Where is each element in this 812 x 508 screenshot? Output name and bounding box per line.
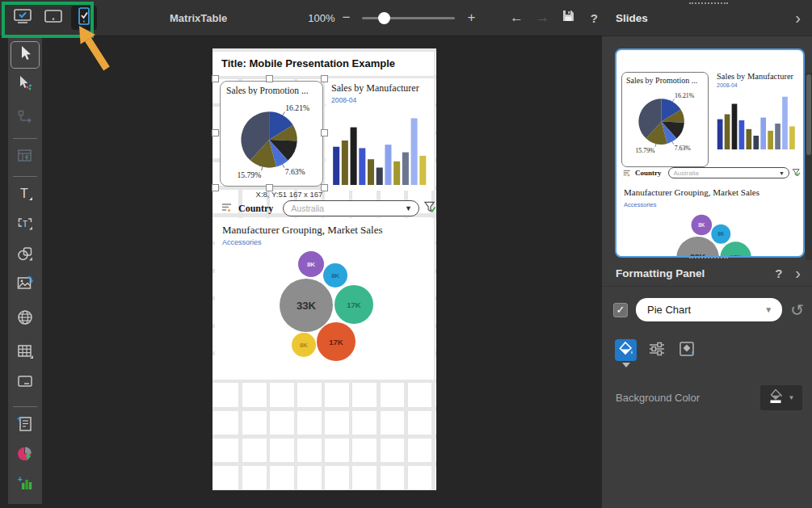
data-pointer-tool-button[interactable] [11, 71, 40, 99]
table-tool-button[interactable] [11, 339, 40, 367]
background-color-label: Background Color [616, 392, 760, 404]
filter-list-icon [221, 201, 234, 216]
panel-resize-grip[interactable] [689, 2, 728, 6]
zoom-controls: 100% − + [308, 10, 482, 26]
image-icon [16, 275, 34, 296]
svg-text:+: + [18, 475, 23, 484]
web-tool-button[interactable] [11, 305, 40, 333]
svg-text:8K: 8K [331, 272, 339, 279]
svg-text:15.79%: 15.79% [635, 147, 655, 154]
zoom-slider[interactable] [362, 17, 455, 19]
pie-chart-widget[interactable]: Sales by Promotion ... 16.21%7.63%15.79% [220, 81, 323, 187]
slide-thumbnail-selected[interactable]: Sales by Promotion ... 16.21%7.63%15.79%… [615, 48, 805, 258]
country-dropdown-value: Australia [291, 204, 405, 213]
slides-panel-title: Slides [616, 12, 795, 24]
bubble-chart-title: Manufacturer Grouping, Market Sales [215, 218, 434, 237]
report-name: MatrixTable [170, 12, 227, 24]
pointer-tool-button[interactable] [11, 41, 40, 69]
thumb-pie-title: Sales by Promotion ... [622, 73, 708, 85]
slide-title-widget[interactable]: Title: Mobile Presentation Example [215, 52, 434, 76]
panel-resize-grip[interactable] [689, 257, 728, 261]
svg-text:33K: 33K [297, 300, 317, 312]
tab-fill-formatting[interactable] [615, 339, 637, 361]
bar-chart-title: Sales by Manufacturer [326, 78, 434, 94]
country-filter-row: Country Australia ▼ [215, 199, 436, 217]
element-dropdown[interactable]: Pie Chart ▼ [636, 298, 782, 321]
thumb-bar-title: Sales by Manufacturer [713, 69, 801, 81]
svg-text:7.63%: 7.63% [675, 145, 692, 152]
desktop-view-button[interactable] [10, 6, 36, 30]
add-report-item-button[interactable]: + [11, 412, 40, 439]
connector-tool-button[interactable] [11, 105, 40, 132]
undo-button[interactable]: ← [505, 10, 528, 26]
element-enabled-checkbox[interactable]: ✓ [613, 303, 628, 317]
reset-formatting-button[interactable]: ↺ [790, 300, 804, 320]
zoom-in-button[interactable]: + [460, 10, 482, 26]
collapse-formatting-chevron-icon[interactable]: › [795, 265, 801, 281]
svg-text:8K: 8K [307, 261, 315, 268]
collapse-slides-chevron-icon[interactable]: › [795, 10, 801, 26]
bar-chart-subtitle: 2008-04 [326, 94, 434, 104]
thumb-bubble-title: Manufacturer Grouping, Market Sales [624, 187, 759, 197]
redo-button[interactable]: → [531, 10, 553, 26]
save-button[interactable] [557, 9, 579, 27]
zoom-out-button[interactable]: − [335, 10, 358, 26]
country-dropdown[interactable]: Australia ▼ [283, 200, 419, 216]
dropdown-arrow-icon: ▼ [764, 305, 772, 314]
pointer-data-icon [16, 74, 34, 95]
dropdown-arrow-icon: ▼ [789, 394, 795, 401]
bar-chart-widget[interactable]: Sales by Manufacturer 2008-04 [326, 78, 434, 191]
bar-chart-plot [331, 115, 428, 185]
text-tool-button[interactable]: T [11, 182, 40, 209]
slides-scrollbar-thumb[interactable] [806, 74, 811, 155]
grid-edit-icon [16, 147, 34, 168]
filter-apply-icon[interactable] [423, 200, 436, 216]
insert-chart-button[interactable] [11, 442, 40, 469]
formatting-panel: Formatting Panel ? › ✓ Pie Chart ▼ ↺ [602, 260, 812, 508]
device-view-toggle [10, 6, 97, 30]
dropdown-arrow-icon: ▼ [779, 170, 785, 176]
thumb-country-dropdown: Australia ▼ [668, 167, 789, 178]
formatting-panel-title: Formatting Panel [616, 267, 775, 279]
resize-handle[interactable] [212, 75, 219, 82]
dropdown-arrow-icon: ▼ [405, 204, 412, 212]
panel-tool-button[interactable] [11, 369, 40, 397]
formatting-help-icon[interactable]: ? [775, 267, 782, 280]
edit-grid-tool-button[interactable] [11, 144, 40, 171]
tab-properties-formatting[interactable] [646, 339, 667, 361]
pie-chart-title: Sales by Promotion ... [221, 82, 322, 95]
svg-text:7.63%: 7.63% [285, 167, 305, 176]
panel-icon [16, 372, 34, 393]
resize-handle[interactable] [212, 129, 219, 136]
add-chart-button[interactable]: + [11, 472, 40, 499]
slides-list: Sales by Promotion ... 16.21%7.63%15.79%… [602, 36, 812, 260]
phone-check-icon [77, 6, 91, 29]
svg-text:17K: 17K [730, 254, 742, 258]
format-painter-icon [679, 341, 696, 360]
svg-text:T: T [20, 187, 28, 200]
image-tool-button[interactable] [11, 271, 40, 299]
svg-text:+: + [17, 415, 21, 423]
resize-handle[interactable] [212, 184, 219, 191]
textbox-icon: T [16, 215, 34, 236]
thumb-country-row: Country Australia ▼ [621, 166, 801, 179]
textbox-tool-button[interactable]: T [11, 212, 40, 239]
bubble-chart-widget[interactable]: Manufacturer Grouping, Market Sales Acce… [215, 218, 434, 380]
tab-style-formatting[interactable] [676, 339, 698, 361]
zoom-value: 100% [308, 12, 334, 24]
design-canvas-page[interactable]: Title: Mobile Presentation Example Sales… [212, 48, 436, 490]
svg-text:8K: 8K [717, 231, 725, 237]
connector-icon [16, 108, 34, 129]
shapes-tool-button[interactable] [11, 241, 40, 269]
desktop-check-icon [13, 7, 32, 28]
svg-text:T: T [23, 220, 27, 229]
tablet-view-button[interactable] [40, 6, 66, 30]
pie-chart-colorful-icon [16, 445, 34, 466]
shapes-icon [16, 245, 34, 266]
zoom-slider-thumb[interactable] [378, 12, 390, 24]
svg-text:8K: 8K [300, 342, 308, 349]
phone-view-button[interactable] [71, 6, 97, 30]
sliders-icon [648, 341, 666, 360]
background-color-picker-button[interactable]: ▼ [760, 385, 802, 410]
thumb-bubble-subtitle: Accessories [624, 201, 656, 208]
